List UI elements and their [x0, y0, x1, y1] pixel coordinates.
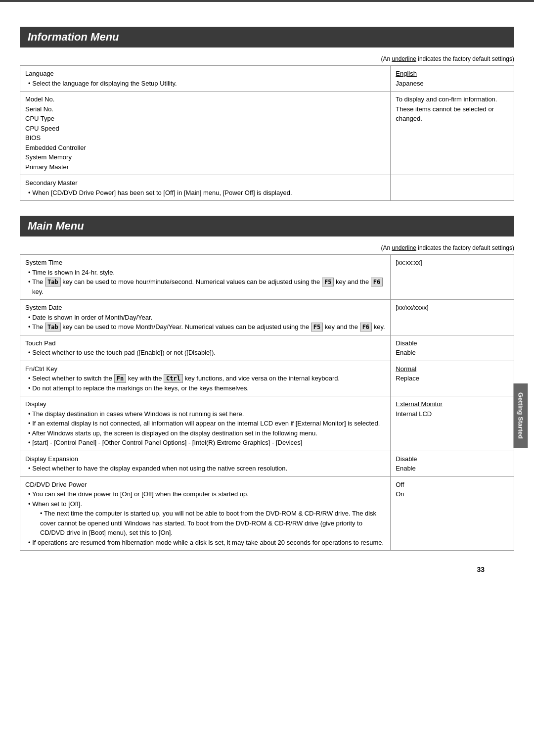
system-time-title: System Time	[25, 259, 62, 266]
fn-key-badge: Fn	[114, 374, 126, 383]
display-bullet3: After Windows starts up, the screen is d…	[25, 428, 385, 438]
system-date-value: [xx/xx/xxxx]	[391, 300, 514, 335]
cddvd-description: CD/DVD Drive Power You can set the drive…	[20, 476, 391, 551]
normal-option: Normal	[396, 365, 416, 373]
f5-key-badge2: F5	[311, 323, 323, 331]
top-border-line	[0, 0, 534, 2]
touchpad-bullet: Select whether to use the touch pad ([En…	[25, 348, 385, 358]
tab-key-badge: Tab	[45, 278, 61, 286]
main-factory-note: (An underline indicates the factory defa…	[20, 244, 514, 251]
table-row: System Time Time is shown in 24-hr. styl…	[20, 255, 514, 300]
system-date-bullet2: The Tab key can be used to move Month/Da…	[25, 322, 385, 332]
secondary-master-description: Secondary Master When [CD/DVD Drive Powe…	[20, 175, 391, 201]
table-row: Fn/Ctrl Key Select whether to switch the…	[20, 361, 514, 396]
fnctrl-bullet2: Do not attempt to replace the markings o…	[25, 383, 385, 393]
system-time-value: [xx:xx:xx]	[391, 255, 514, 300]
touchpad-description: Touch Pad Select whether to use the touc…	[20, 335, 391, 361]
language-bullet: Select the language for displaying the S…	[25, 79, 385, 89]
secondary-master-options	[391, 175, 514, 201]
cddvd-bullet2: When set to [Off].	[25, 499, 385, 509]
page-number: 33	[20, 566, 514, 573]
touchpad-options: DisableEnable	[391, 335, 514, 361]
table-row: Model No.Serial No.CPU TypeCPU SpeedBIOS…	[20, 92, 514, 175]
display-expansion-description: Display Expansion Select whether to have…	[20, 451, 391, 476]
information-menu-table: Language Select the language for display…	[20, 65, 514, 201]
english-option: English	[396, 70, 417, 77]
f6-key-badge2: F6	[360, 323, 372, 331]
display-bullet1: The display destination in cases where W…	[25, 409, 385, 419]
getting-started-tab: Getting Started	[514, 383, 528, 448]
information-menu-heading: Information Menu	[20, 27, 514, 47]
cddvd-title: CD/DVD Drive Power	[25, 481, 87, 488]
system-date-description: System Date Date is shown in order of Mo…	[20, 300, 391, 335]
display-bullet2: If an external display is not connected,…	[25, 419, 385, 428]
fnctrl-description: Fn/Ctrl Key Select whether to switch the…	[20, 361, 391, 396]
f5-key-badge: F5	[322, 278, 334, 286]
display-description: Display The display destination in cases…	[20, 396, 391, 451]
language-description: Language Select the language for display…	[20, 66, 391, 92]
cddvd-bullet1: You can set the drive power to [On] or […	[25, 489, 385, 499]
cddvd-bullet3: If operations are resumed from hibernati…	[25, 538, 385, 548]
secondary-master-bullet: When [CD/DVD Drive Power] has been set t…	[25, 188, 385, 198]
fnctrl-title: Fn/Ctrl Key	[25, 365, 57, 373]
cddvd-options: Off On	[391, 476, 514, 551]
system-time-description: System Time Time is shown in 24-hr. styl…	[20, 255, 391, 300]
system-date-bullet1: Date is shown in order of Month/Day/Year…	[25, 313, 385, 323]
ctrl-key-badge: Ctrl	[164, 374, 183, 383]
display-expansion-bullet: Select whether to have the display expan…	[25, 464, 385, 473]
info-factory-note: (An underline indicates the factory defa…	[20, 55, 514, 62]
display-title: Display	[25, 400, 46, 408]
table-row: Touch Pad Select whether to use the touc…	[20, 335, 514, 361]
display-bullet4: [start] - [Control Panel] - [Other Contr…	[25, 438, 385, 448]
display-options: External Monitor Internal LCD	[391, 396, 514, 451]
language-options: English Japanese	[391, 66, 514, 92]
main-menu-table: System Time Time is shown in 24-hr. styl…	[20, 254, 514, 551]
japanese-option: Japanese	[396, 80, 423, 87]
table-row: Display Expansion Select whether to have…	[20, 451, 514, 476]
display-expansion-options: DisableEnable	[391, 451, 514, 476]
tab-key-badge2: Tab	[45, 323, 61, 331]
touchpad-title: Touch Pad	[25, 339, 55, 347]
system-info-description: Model No.Serial No.CPU TypeCPU SpeedBIOS…	[20, 92, 391, 175]
system-info-title: Model No.Serial No.CPU TypeCPU SpeedBIOS…	[25, 95, 86, 171]
display-expansion-title: Display Expansion	[25, 455, 78, 463]
main-menu-heading: Main Menu	[20, 216, 514, 236]
system-info-note: To display and con-firm information. The…	[391, 92, 514, 175]
on-option: On	[396, 490, 404, 498]
language-title: Language	[25, 70, 54, 77]
table-row: CD/DVD Drive Power You can set the drive…	[20, 476, 514, 551]
system-time-bullet1: Time is shown in 24-hr. style.	[25, 268, 385, 278]
system-time-bullet2: The Tab key can be used to move hour/min…	[25, 277, 385, 296]
table-row: System Date Date is shown in order of Mo…	[20, 300, 514, 335]
table-row: Display The display destination in cases…	[20, 396, 514, 451]
fnctrl-options: Normal Replace	[391, 361, 514, 396]
external-monitor-option: External Monitor	[396, 400, 443, 408]
secondary-master-title: Secondary Master	[25, 179, 78, 187]
page-wrapper: Information Menu (An underline indicates…	[0, 12, 534, 593]
cddvd-sub-bullet1: • The next time the computer is started …	[25, 509, 385, 538]
table-row: Language Select the language for display…	[20, 66, 514, 92]
f6-key-badge: F6	[371, 278, 383, 286]
table-row: Secondary Master When [CD/DVD Drive Powe…	[20, 175, 514, 201]
fnctrl-bullet1: Select whether to switch the Fn key with…	[25, 374, 385, 383]
system-date-title: System Date	[25, 304, 62, 311]
